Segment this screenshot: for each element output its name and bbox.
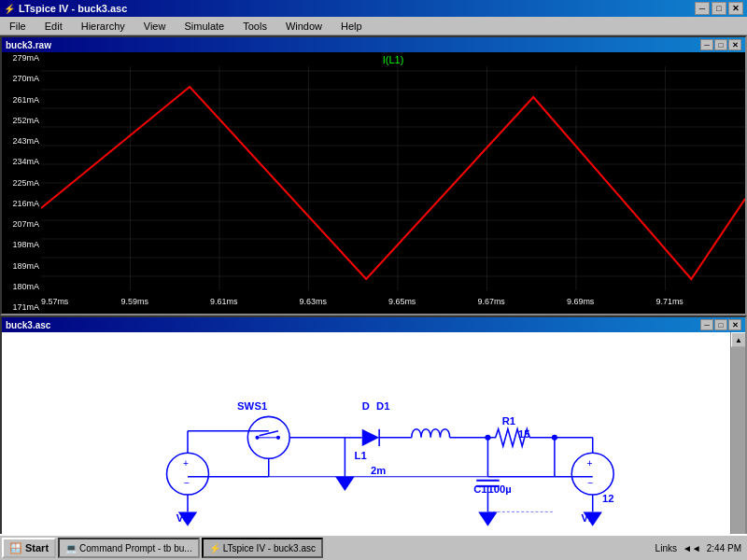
- menu-bar: File Edit Hierarchy View Simulate Tools …: [0, 17, 747, 35]
- ltspice-icon: ⚡: [209, 543, 220, 553]
- start-icon: 🪟: [9, 542, 22, 554]
- taskbar-right: Links ◄◄ 2:44 PM: [655, 543, 745, 553]
- cmd-icon: 💻: [65, 543, 77, 553]
- start-button[interactable]: 🪟 Start: [2, 538, 56, 558]
- y-axis: 279mA 270mA 261mA 252mA 243mA 234mA 225m…: [2, 52, 41, 314]
- taskbar-item-ltspice[interactable]: ⚡ LTspice IV - buck3.asc: [202, 538, 323, 558]
- app-icon: ⚡: [4, 4, 15, 14]
- schematic-area: V3 + − SW S1: [2, 332, 745, 558]
- svg-line-40: [260, 431, 278, 436]
- svg-text:+: +: [587, 458, 593, 469]
- svg-text:C1: C1: [473, 483, 486, 495]
- nav-back-icon[interactable]: ◄◄: [683, 543, 701, 553]
- svg-point-70: [571, 453, 613, 495]
- menu-file[interactable]: File: [4, 19, 32, 34]
- svg-marker-63: [478, 511, 497, 525]
- schematic-title-bar: buck3.asc ─ □ ✕: [2, 317, 745, 332]
- svg-text:D: D: [362, 400, 370, 412]
- taskbar-clock: 2:44 PM: [707, 543, 741, 553]
- title-bar: ⚡ LTspice IV - buck3.asc ─ □ ✕: [0, 0, 747, 17]
- y-label-6: 225mA: [4, 179, 39, 188]
- scroll-track: [731, 347, 745, 543]
- svg-text:2m: 2m: [371, 465, 386, 476]
- schematic-title: buck3.asc: [6, 320, 50, 330]
- waveform-window: buck3.raw ─ □ ✕ 279mA 270mA 261mA 252mA …: [0, 35, 747, 315]
- svg-text:S1: S1: [254, 400, 267, 412]
- svg-text:D1: D1: [376, 400, 389, 412]
- svg-text:12: 12: [602, 493, 613, 504]
- svg-text:100µ: 100µ: [487, 483, 511, 495]
- chart-plot: I(L1): [41, 52, 745, 314]
- schematic-minimize[interactable]: ─: [700, 319, 713, 330]
- menu-simulate[interactable]: Simulate: [178, 19, 230, 34]
- svg-marker-48: [362, 429, 379, 446]
- svg-text:9.65ms: 9.65ms: [388, 297, 416, 306]
- svg-text:9.67ms: 9.67ms: [478, 297, 506, 306]
- y-label-5: 234mA: [4, 158, 39, 166]
- y-label-1: 270mA: [4, 75, 39, 83]
- restore-button[interactable]: □: [712, 2, 726, 15]
- svg-text:9.57ms: 9.57ms: [41, 297, 69, 306]
- waveform-close[interactable]: ✕: [728, 39, 741, 50]
- minimize-button[interactable]: ─: [695, 2, 710, 15]
- schematic-close[interactable]: ✕: [728, 319, 741, 330]
- svg-text:9.71ms: 9.71ms: [656, 297, 684, 306]
- scroll-up-button[interactable]: ▲: [731, 332, 745, 347]
- svg-text:−: −: [184, 478, 190, 488]
- close-button[interactable]: ✕: [728, 2, 743, 15]
- menu-hierarchy[interactable]: Hierarchy: [76, 19, 131, 34]
- menu-tools[interactable]: Tools: [237, 19, 273, 34]
- menu-help[interactable]: Help: [335, 19, 368, 34]
- cmd-label: Command Prompt - tb bu...: [79, 543, 192, 553]
- svg-text:9.61ms: 9.61ms: [210, 297, 238, 306]
- title-bar-left: ⚡ LTspice IV - buck3.asc: [4, 3, 127, 14]
- svg-point-39: [255, 436, 259, 440]
- start-label: Start: [25, 542, 49, 553]
- y-label-11: 180mA: [4, 283, 39, 291]
- y-label-9: 198mA: [4, 241, 39, 249]
- waveform-svg: 9.57ms 9.59ms 9.61ms 9.63ms 9.65ms 9.67m…: [41, 52, 745, 314]
- menu-view[interactable]: View: [138, 19, 172, 34]
- waveform-minimize[interactable]: ─: [700, 39, 713, 50]
- y-label-2: 261mA: [4, 96, 39, 105]
- app-title: LTspice IV - buck3.asc: [19, 3, 127, 14]
- y-label-3: 252mA: [4, 117, 39, 125]
- svg-point-41: [276, 436, 280, 440]
- svg-text:9.69ms: 9.69ms: [567, 297, 595, 306]
- svg-marker-52: [335, 477, 354, 491]
- svg-text:9.59ms: 9.59ms: [121, 297, 149, 306]
- schematic-svg: V3 + − SW S1: [2, 332, 745, 558]
- chart-area: 279mA 270mA 261mA 252mA 243mA 234mA 225m…: [2, 52, 745, 314]
- y-label-10: 189mA: [4, 262, 39, 271]
- links-label: Links: [655, 543, 677, 553]
- svg-text:R1: R1: [502, 415, 515, 427]
- taskbar: 🪟 Start 💻 Command Prompt - tb bu... ⚡ LT…: [0, 534, 747, 560]
- title-bar-controls: ─ □ ✕: [695, 2, 743, 15]
- svg-text:+: +: [183, 458, 189, 469]
- taskbar-item-cmd[interactable]: 💻 Command Prompt - tb bu...: [58, 538, 200, 558]
- waveform-title-bar: buck3.raw ─ □ ✕: [2, 37, 745, 52]
- main-content: buck3.raw ─ □ ✕ 279mA 270mA 261mA 252mA …: [0, 35, 747, 560]
- menu-edit[interactable]: Edit: [39, 19, 68, 34]
- y-label-0: 279mA: [4, 54, 39, 63]
- waveform-title: buck3.raw: [6, 40, 51, 50]
- y-label-12: 171mA: [4, 303, 39, 312]
- vertical-scrollbar[interactable]: ▲ ▼: [730, 332, 745, 558]
- svg-text:9.63ms: 9.63ms: [300, 297, 328, 306]
- waveform-restore[interactable]: □: [714, 39, 727, 50]
- y-label-4: 243mA: [4, 137, 39, 146]
- schematic-window: buck3.asc ─ □ ✕ V3 + −: [0, 315, 747, 560]
- waveform-controls: ─ □ ✕: [700, 39, 741, 50]
- svg-text:SW: SW: [237, 400, 254, 412]
- schematic-controls: ─ □ ✕: [700, 319, 741, 330]
- y-label-7: 216mA: [4, 200, 39, 208]
- ltspice-label: LTspice IV - buck3.asc: [223, 543, 316, 553]
- y-label-8: 207mA: [4, 220, 39, 229]
- svg-text:L1: L1: [355, 450, 367, 461]
- schematic-restore[interactable]: □: [714, 319, 727, 330]
- menu-window[interactable]: Window: [280, 19, 328, 34]
- svg-text:−: −: [588, 478, 594, 488]
